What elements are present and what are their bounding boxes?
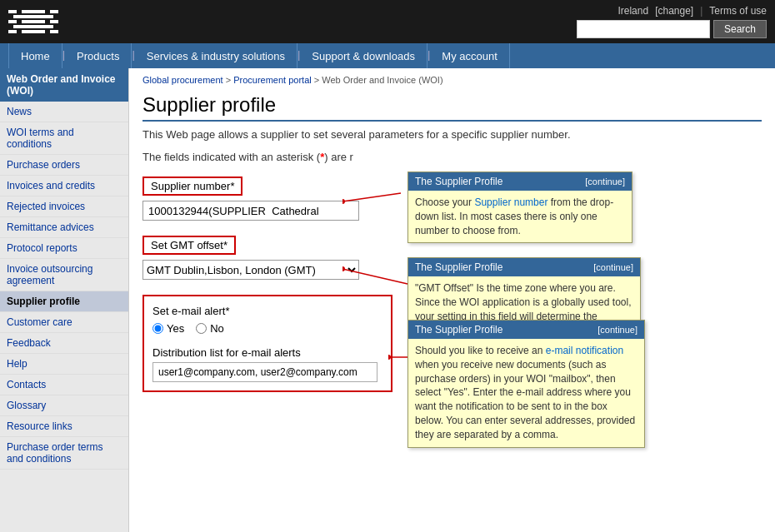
supplier-number-input[interactable] [142,201,359,221]
page-description: This Web page allows a supplier to set s… [142,128,762,141]
region-bar: Ireland [change] | Terms of use [618,5,767,17]
email-no-radio[interactable] [196,323,207,334]
svg-rect-8 [45,10,50,13]
sidebar-item-customer-care[interactable]: Customer care [0,312,128,333]
sidebar-item-woi-terms[interactable]: WOI terms and conditions [0,122,128,155]
tooltip-supplier: The Supplier Profile [continue] Choose y… [408,172,632,243]
email-no-label[interactable]: No [196,322,224,335]
tooltip-supplier-title: The Supplier Profile [415,176,502,187]
email-yes-text: Yes [167,322,184,335]
tooltip-email-pre: Should you like to receive an [415,345,546,356]
sidebar-item-supplier-profile[interactable]: Supplier profile [0,291,128,312]
svg-rect-0 [8,10,58,13]
svg-rect-2 [8,20,58,23]
sidebar-item-resource-links[interactable]: Resource links [0,416,128,437]
email-notification-link: e-mail notification [546,345,623,356]
svg-rect-4 [8,30,58,33]
region-label: Ireland [618,5,648,17]
tooltip-email-header: The Supplier Profile [continue] [408,321,644,339]
gmt-label: Set GMT offset* [151,239,228,251]
breadcrumb-current: Web Order and Invoice (WOI) [322,75,442,85]
supplier-label-box: Supplier number* [142,177,242,196]
email-alert-group: Set e-mail alert* Yes No Distribution li… [142,295,762,392]
email-no-text: No [210,322,224,335]
separator: | [700,5,702,17]
dist-list-label: Distribution list for e-mail alerts [152,346,382,359]
top-controls: Ireland [change] | Terms of use Search [577,5,767,38]
svg-rect-3 [13,25,53,28]
terms-link[interactable]: Terms of use [709,5,767,17]
search-input[interactable] [577,20,710,38]
sidebar-item-invoices[interactable]: Invoices and credits [0,176,128,196]
gmt-select[interactable]: GMT Dublin,Lisbon, London (GMT) [142,260,359,280]
supplier-number-highlight: Supplier number [474,196,548,208]
sidebar-item-help[interactable]: Help [0,354,128,375]
tooltip-gmt-header: The Supplier Profile [continue] [408,258,640,276]
sidebar-section-header[interactable]: Web Order and Invoice (WOI) [0,68,128,102]
nav-services[interactable]: Services & industry solutions [135,43,298,68]
nav-home[interactable]: Home [8,43,62,68]
tooltip-supplier-header: The Supplier Profile [continue] [408,172,632,191]
svg-rect-7 [17,30,22,33]
main-layout: Web Order and Invoice (WOI) News WOI ter… [0,68,775,532]
breadcrumb-global-procurement[interactable]: Global procurement [142,75,223,85]
search-button[interactable]: Search [713,20,767,38]
email-yes-radio[interactable] [152,323,163,334]
sidebar-item-contacts[interactable]: Contacts [0,375,128,395]
tooltip-email: The Supplier Profile [continue] Should y… [408,320,645,448]
sidebar-item-glossary[interactable]: Glossary [0,395,128,416]
email-alert-label-text: Set e-mail alert* [152,305,229,317]
content-area: Global procurement > Procurement portal … [129,68,775,532]
ibm-logo-area [8,8,58,36]
ibm-logo-icon [8,8,58,33]
nav-account[interactable]: My account [430,43,509,68]
main-navigation: Home | Products | Services & industry so… [0,43,775,68]
nav-products[interactable]: Products [65,43,132,68]
fields-note-suffix: ) are r [324,151,353,163]
tooltip-supplier-continue[interactable]: [continue] [585,177,625,186]
search-row: Search [577,20,767,38]
breadcrumb-procurement-portal[interactable]: Procurement portal [233,75,312,85]
sidebar-item-invoice-outsourcing[interactable]: Invoice outsourcing agreement [0,259,128,291]
tooltip-email-continue[interactable]: [continue] [598,325,638,335]
gmt-offset-group: Set GMT offset* GMT Dublin,Lisbon, Londo… [142,236,762,280]
sidebar-item-remittance[interactable]: Remittance advices [0,217,128,238]
supplier-number-group: Supplier number* The Supplier Profile [c… [142,177,762,221]
breadcrumb: Global procurement > Procurement portal … [142,75,762,85]
gmt-label-box: Set GMT offset* [142,236,236,255]
tooltip-email-title: The Supplier Profile [415,324,502,336]
sidebar-item-purchase-orders[interactable]: Purchase orders [0,155,128,176]
svg-rect-6 [17,20,22,23]
sidebar: Web Order and Invoice (WOI) News WOI ter… [0,68,129,532]
sidebar-item-protocol[interactable]: Protocol reports [0,238,128,259]
email-yes-label[interactable]: Yes [152,322,184,335]
change-region-link[interactable]: [change] [655,5,693,17]
sidebar-item-news[interactable]: News [0,102,128,122]
tooltip-email-body: Should you like to receive an e-mail not… [408,339,644,447]
email-alert-box: Set e-mail alert* Yes No Distribution li… [142,295,392,392]
top-header: Ireland [change] | Terms of use Search [0,0,775,43]
nav-support[interactable]: Support & downloads [300,43,428,68]
fields-note-prefix: The fields indicated with an asterisk ( [142,151,320,163]
svg-rect-9 [45,20,50,23]
sidebar-item-po-terms[interactable]: Purchase order terms and conditions [0,437,128,470]
tooltip-email-post: when you receive new documents (such as … [415,359,635,440]
page-title: Supplier profile [142,93,762,122]
tooltip-gmt-title: The Supplier Profile [415,261,502,273]
dist-list-input[interactable] [152,362,378,382]
svg-rect-1 [13,15,53,18]
supplier-number-label: Supplier number* [151,180,234,192]
email-alert-label: Set e-mail alert* [152,305,382,317]
tooltip-gmt-continue[interactable]: [continue] [593,262,633,272]
email-radio-group: Yes No [152,322,382,340]
fields-note: The fields indicated with an asterisk (*… [142,151,762,163]
sidebar-item-rejected-invoices[interactable]: Rejected invoices [0,196,128,217]
sidebar-item-feedback[interactable]: Feedback [0,333,128,354]
svg-rect-10 [45,30,50,33]
svg-rect-5 [17,10,22,13]
